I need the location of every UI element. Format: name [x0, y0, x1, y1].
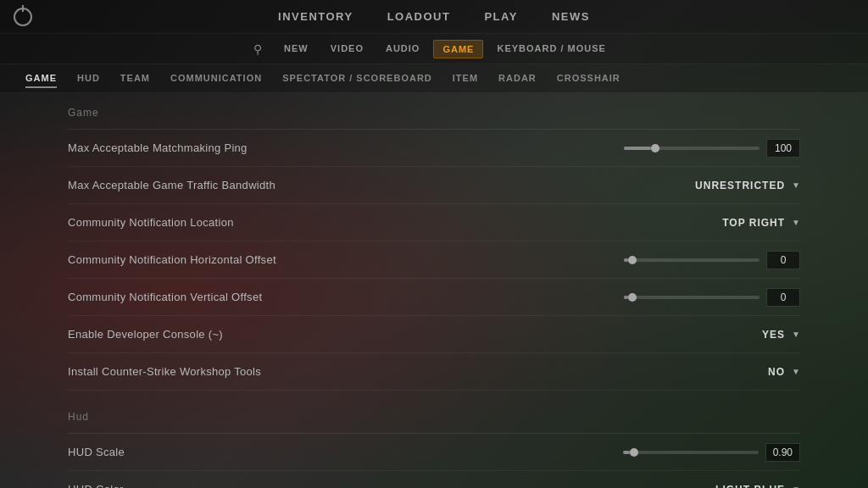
setting-label-dev-console: Enable Developer Console (~): [68, 328, 223, 341]
setting-control-workshop: NO ▼: [631, 363, 800, 381]
main-nav-items: INVENTORY LOADOUT PLAY NEWS: [278, 7, 590, 26]
nav-news[interactable]: NEWS: [552, 7, 590, 26]
hud-color-dropdown[interactable]: LIGHT BLUE ▼: [715, 480, 800, 489]
max-ping-slider[interactable]: [624, 147, 760, 150]
tab-video[interactable]: VIDEO: [322, 40, 372, 58]
notif-vert-slider-thumb[interactable]: [628, 293, 637, 302]
setting-control-notif-vert: 0: [624, 288, 800, 307]
dev-console-arrow: ▼: [792, 330, 800, 339]
tab-new[interactable]: NEW: [275, 40, 317, 58]
setting-label-hud-scale: HUD Scale: [68, 446, 125, 458]
setting-row-bandwidth: Max Acceptable Game Traffic Bandwidth UN…: [68, 167, 800, 204]
setting-row-max-ping: Max Acceptable Matchmaking Ping 100: [68, 130, 800, 167]
setting-row-dev-console: Enable Developer Console (~) YES ▼: [68, 316, 800, 353]
setting-label-workshop: Install Counter-Strike Workshop Tools: [68, 365, 261, 378]
setting-label-bandwidth: Max Acceptable Game Traffic Bandwidth: [68, 179, 275, 191]
setting-label-notif-location: Community Notification Location: [68, 216, 234, 229]
setting-control-notif-horiz: 0: [624, 251, 800, 269]
hud-scale-slider-thumb[interactable]: [630, 448, 638, 457]
setting-label-notif-vert: Community Notification Vertical Offset: [68, 291, 262, 303]
hud-scale-value: 0.90: [765, 443, 800, 462]
settings-tab-hud[interactable]: HUD: [77, 69, 100, 88]
workshop-dropdown[interactable]: NO ▼: [768, 363, 800, 381]
setting-row-notif-horiz: Community Notification Horizontal Offset…: [68, 241, 800, 279]
setting-control-dev-console: YES ▼: [631, 325, 800, 344]
notif-vert-slider[interactable]: [624, 296, 760, 299]
power-button[interactable]: [14, 8, 32, 26]
settings-tab-radar[interactable]: RADAR: [498, 69, 537, 88]
tab-audio[interactable]: AUDIO: [377, 40, 428, 58]
bandwidth-dropdown[interactable]: UNRESTRICTED ▼: [695, 176, 800, 195]
hud-section: Hud HUD Scale 0.90 HUD Color: [68, 411, 800, 488]
notif-horiz-value: 0: [766, 251, 800, 269]
nav-loadout[interactable]: LOADOUT: [387, 7, 451, 26]
settings-tab-spectator[interactable]: SPECTATOR / SCOREBOARD: [282, 69, 432, 88]
settings-tabs: GAME HUD TEAM COMMUNICATION SPECTATOR / …: [0, 64, 868, 93]
sub-nav-tabs: NEW VIDEO AUDIO GAME KEYBOARD / MOUSE: [275, 40, 615, 58]
setting-row-notif-location: Community Notification Location TOP RIGH…: [68, 204, 800, 241]
hud-color-arrow: ▼: [792, 485, 800, 488]
max-ping-slider-fill: [624, 147, 651, 150]
nav-inventory[interactable]: INVENTORY: [278, 7, 353, 26]
tab-game[interactable]: GAME: [433, 40, 483, 58]
settings-tab-crosshair[interactable]: CROSSHAIR: [557, 69, 620, 88]
hud-section-label: Hud: [68, 411, 800, 426]
setting-control-notif-location: TOP RIGHT ▼: [631, 214, 800, 232]
nav-play[interactable]: PLAY: [484, 7, 517, 26]
max-ping-slider-thumb[interactable]: [651, 144, 659, 152]
game-section-label: Game: [68, 107, 800, 122]
top-navigation: INVENTORY LOADOUT PLAY NEWS: [0, 0, 868, 34]
setting-row-hud-color: HUD Color LIGHT BLUE ▼: [68, 471, 800, 488]
game-settings-list: Max Acceptable Matchmaking Ping 100 Max …: [68, 129, 800, 391]
hud-scale-slider[interactable]: [623, 451, 759, 454]
notif-location-dropdown[interactable]: TOP RIGHT ▼: [722, 214, 800, 232]
notif-horiz-slider-thumb[interactable]: [628, 256, 637, 264]
notif-location-arrow: ▼: [792, 218, 800, 227]
setting-control-hud-color: LIGHT BLUE ▼: [631, 480, 800, 489]
settings-tab-item[interactable]: ITEM: [453, 69, 478, 88]
settings-tab-communication[interactable]: COMMUNICATION: [170, 69, 262, 88]
setting-label-hud-color: HUD Color: [68, 483, 124, 488]
notif-location-value: TOP RIGHT: [722, 217, 785, 229]
notif-horiz-slider[interactable]: [624, 258, 760, 262]
settings-tab-team[interactable]: TEAM: [120, 69, 150, 88]
search-icon[interactable]: ⚲: [253, 42, 262, 56]
settings-tab-game[interactable]: GAME: [25, 69, 57, 88]
setting-control-max-ping: 100: [624, 139, 800, 158]
setting-control-hud-scale: 0.90: [623, 443, 800, 462]
dev-console-value: YES: [762, 329, 785, 341]
tab-keyboard[interactable]: KEYBOARD / MOUSE: [488, 40, 614, 58]
setting-label-max-ping: Max Acceptable Matchmaking Ping: [68, 141, 248, 154]
sub-navigation: ⚲ NEW VIDEO AUDIO GAME KEYBOARD / MOUSE: [0, 34, 868, 64]
setting-row-workshop: Install Counter-Strike Workshop Tools NO…: [68, 353, 800, 391]
hud-scale-slider-fill: [623, 451, 630, 454]
bandwidth-arrow: ▼: [792, 180, 800, 190]
setting-row-notif-vert: Community Notification Vertical Offset 0: [68, 279, 800, 316]
workshop-value: NO: [768, 366, 785, 378]
bandwidth-value: UNRESTRICTED: [695, 180, 785, 191]
hud-color-value: LIGHT BLUE: [715, 484, 785, 489]
setting-label-notif-horiz: Community Notification Horizontal Offset: [68, 253, 276, 266]
notif-vert-value: 0: [766, 288, 800, 307]
setting-control-bandwidth: UNRESTRICTED ▼: [631, 176, 800, 195]
hud-settings-list: HUD Scale 0.90 HUD Color LIGHT BLU: [68, 433, 800, 488]
max-ping-value: 100: [766, 139, 800, 158]
dev-console-dropdown[interactable]: YES ▼: [762, 325, 800, 344]
workshop-arrow: ▼: [792, 367, 800, 376]
setting-row-hud-scale: HUD Scale 0.90: [68, 434, 800, 471]
settings-content: Game Max Acceptable Matchmaking Ping 100…: [0, 93, 868, 488]
